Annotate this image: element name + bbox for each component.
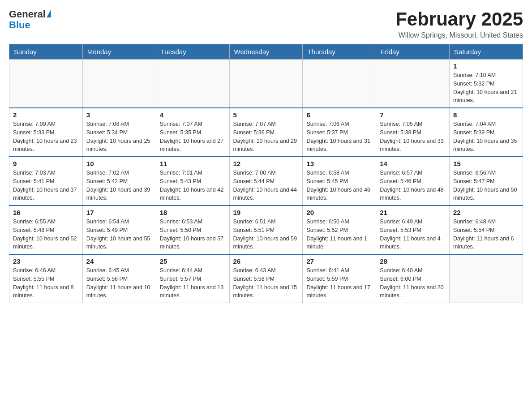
table-row: 1Sunrise: 7:10 AMSunset: 5:32 PMDaylight… <box>450 60 523 108</box>
table-row <box>82 60 156 108</box>
sunrise-text: Sunrise: 6:58 AM <box>306 169 372 177</box>
day-info: Sunrise: 6:49 AMSunset: 5:53 PMDaylight:… <box>380 218 446 251</box>
day-info: Sunrise: 7:05 AMSunset: 5:38 PMDaylight:… <box>380 120 446 154</box>
table-row: 9Sunrise: 7:03 AMSunset: 5:41 PMDaylight… <box>9 157 83 206</box>
sunrise-text: Sunrise: 7:07 AM <box>160 120 226 128</box>
daylight-text: Daylight: 11 hours and 6 minutes. <box>453 235 519 252</box>
title-area: February 2025 Willow Springs, Missouri, … <box>395 9 523 39</box>
day-number: 11 <box>160 160 226 167</box>
day-number: 4 <box>160 111 226 119</box>
daylight-text: Daylight: 11 hours and 1 minute. <box>306 235 372 252</box>
daylight-text: Daylight: 10 hours and 33 minutes. <box>380 137 446 154</box>
sunset-text: Sunset: 5:59 PM <box>306 275 372 283</box>
table-row: 28Sunrise: 6:40 AMSunset: 6:00 PMDayligh… <box>376 254 450 303</box>
table-row: 8Sunrise: 7:04 AMSunset: 5:39 PMDaylight… <box>450 108 523 157</box>
sunrise-text: Sunrise: 6:49 AM <box>380 218 446 226</box>
day-number: 27 <box>306 257 372 265</box>
sunset-text: Sunset: 5:57 PM <box>160 275 226 283</box>
col-monday: Monday <box>82 44 156 60</box>
daylight-text: Daylight: 10 hours and 25 minutes. <box>86 137 152 154</box>
daylight-text: Daylight: 11 hours and 13 minutes. <box>160 283 226 300</box>
sunrise-text: Sunrise: 7:09 AM <box>13 120 79 128</box>
daylight-text: Daylight: 11 hours and 17 minutes. <box>306 283 372 300</box>
sunrise-text: Sunrise: 6:48 AM <box>453 218 519 226</box>
day-number: 26 <box>233 257 299 265</box>
day-number: 7 <box>380 111 446 119</box>
daylight-text: Daylight: 10 hours and 57 minutes. <box>160 235 226 252</box>
day-info: Sunrise: 6:57 AMSunset: 5:46 PMDaylight:… <box>380 169 446 202</box>
table-row: 5Sunrise: 7:07 AMSunset: 5:36 PMDaylight… <box>229 108 303 157</box>
day-info: Sunrise: 6:44 AMSunset: 5:57 PMDaylight:… <box>160 266 226 300</box>
day-info: Sunrise: 7:08 AMSunset: 5:34 PMDaylight:… <box>86 120 152 154</box>
sunrise-text: Sunrise: 7:03 AM <box>13 169 79 177</box>
day-info: Sunrise: 6:56 AMSunset: 5:47 PMDaylight:… <box>453 169 519 202</box>
day-info: Sunrise: 7:09 AMSunset: 5:33 PMDaylight:… <box>13 120 79 154</box>
day-number: 9 <box>13 160 79 167</box>
daylight-text: Daylight: 11 hours and 20 minutes. <box>380 283 446 300</box>
day-number: 15 <box>453 160 519 167</box>
day-info: Sunrise: 6:48 AMSunset: 5:54 PMDaylight:… <box>453 218 519 251</box>
day-info: Sunrise: 7:10 AMSunset: 5:32 PMDaylight:… <box>453 71 519 105</box>
day-info: Sunrise: 6:54 AMSunset: 5:49 PMDaylight:… <box>86 218 152 251</box>
sunrise-text: Sunrise: 6:50 AM <box>306 218 372 226</box>
day-info: Sunrise: 6:40 AMSunset: 6:00 PMDaylight:… <box>380 266 446 300</box>
logo-triangle-icon <box>47 9 51 17</box>
sunrise-text: Sunrise: 6:55 AM <box>13 218 79 226</box>
calendar-week-5: 23Sunrise: 6:46 AMSunset: 5:55 PMDayligh… <box>9 254 523 303</box>
daylight-text: Daylight: 10 hours and 21 minutes. <box>453 88 519 105</box>
table-row: 26Sunrise: 6:43 AMSunset: 5:58 PMDayligh… <box>229 254 303 303</box>
daylight-text: Daylight: 10 hours and 27 minutes. <box>160 137 226 154</box>
day-info: Sunrise: 6:43 AMSunset: 5:58 PMDaylight:… <box>233 266 299 300</box>
day-info: Sunrise: 6:53 AMSunset: 5:50 PMDaylight:… <box>160 218 226 251</box>
table-row <box>229 60 303 108</box>
sunrise-text: Sunrise: 7:07 AM <box>233 120 299 128</box>
daylight-text: Daylight: 10 hours and 31 minutes. <box>306 137 372 154</box>
day-number: 1 <box>453 62 519 70</box>
table-row: 19Sunrise: 6:51 AMSunset: 5:51 PMDayligh… <box>229 206 303 254</box>
day-info: Sunrise: 7:06 AMSunset: 5:37 PMDaylight:… <box>306 120 372 154</box>
sunrise-text: Sunrise: 6:54 AM <box>86 218 152 226</box>
sunset-text: Sunset: 5:45 PM <box>306 177 372 186</box>
sunset-text: Sunset: 5:47 PM <box>453 177 519 186</box>
day-info: Sunrise: 7:02 AMSunset: 5:42 PMDaylight:… <box>86 169 152 202</box>
day-number: 14 <box>380 160 446 167</box>
day-number: 12 <box>233 160 299 167</box>
sunrise-text: Sunrise: 6:53 AM <box>160 218 226 226</box>
day-number: 24 <box>86 257 152 265</box>
daylight-text: Daylight: 10 hours and 48 minutes. <box>380 186 446 203</box>
sunset-text: Sunset: 6:00 PM <box>380 275 446 283</box>
table-row: 14Sunrise: 6:57 AMSunset: 5:46 PMDayligh… <box>376 157 450 206</box>
sunrise-text: Sunrise: 6:51 AM <box>233 218 299 226</box>
sunset-text: Sunset: 5:32 PM <box>453 80 519 88</box>
daylight-text: Daylight: 10 hours and 23 minutes. <box>13 137 79 154</box>
daylight-text: Daylight: 11 hours and 8 minutes. <box>13 283 79 300</box>
table-row: 15Sunrise: 6:56 AMSunset: 5:47 PMDayligh… <box>450 157 523 206</box>
sunset-text: Sunset: 5:38 PM <box>380 128 446 137</box>
table-row <box>303 60 376 108</box>
daylight-text: Daylight: 11 hours and 10 minutes. <box>86 283 152 300</box>
day-info: Sunrise: 7:04 AMSunset: 5:39 PMDaylight:… <box>453 120 519 154</box>
sunset-text: Sunset: 5:48 PM <box>13 226 79 235</box>
daylight-text: Daylight: 11 hours and 15 minutes. <box>233 283 299 300</box>
table-row <box>156 60 229 108</box>
logo-general-text: General <box>9 9 46 20</box>
daylight-text: Daylight: 10 hours and 52 minutes. <box>13 235 79 252</box>
day-number: 6 <box>306 111 372 119</box>
location-subtitle: Willow Springs, Missouri, United States <box>395 31 523 39</box>
sunrise-text: Sunrise: 7:05 AM <box>380 120 446 128</box>
sunset-text: Sunset: 5:49 PM <box>86 226 152 235</box>
page-header: General Blue February 2025 Willow Spring… <box>9 9 523 39</box>
daylight-text: Daylight: 10 hours and 55 minutes. <box>86 235 152 252</box>
day-info: Sunrise: 7:03 AMSunset: 5:41 PMDaylight:… <box>13 169 79 202</box>
col-thursday: Thursday <box>303 44 376 60</box>
day-number: 3 <box>86 111 152 119</box>
day-info: Sunrise: 6:55 AMSunset: 5:48 PMDaylight:… <box>13 218 79 251</box>
col-wednesday: Wednesday <box>229 44 303 60</box>
table-row <box>9 60 83 108</box>
table-row: 16Sunrise: 6:55 AMSunset: 5:48 PMDayligh… <box>9 206 83 254</box>
table-row <box>376 60 450 108</box>
calendar-week-4: 16Sunrise: 6:55 AMSunset: 5:48 PMDayligh… <box>9 206 523 254</box>
daylight-text: Daylight: 10 hours and 39 minutes. <box>86 186 152 203</box>
sunrise-text: Sunrise: 6:44 AM <box>160 266 226 275</box>
col-tuesday: Tuesday <box>156 44 229 60</box>
